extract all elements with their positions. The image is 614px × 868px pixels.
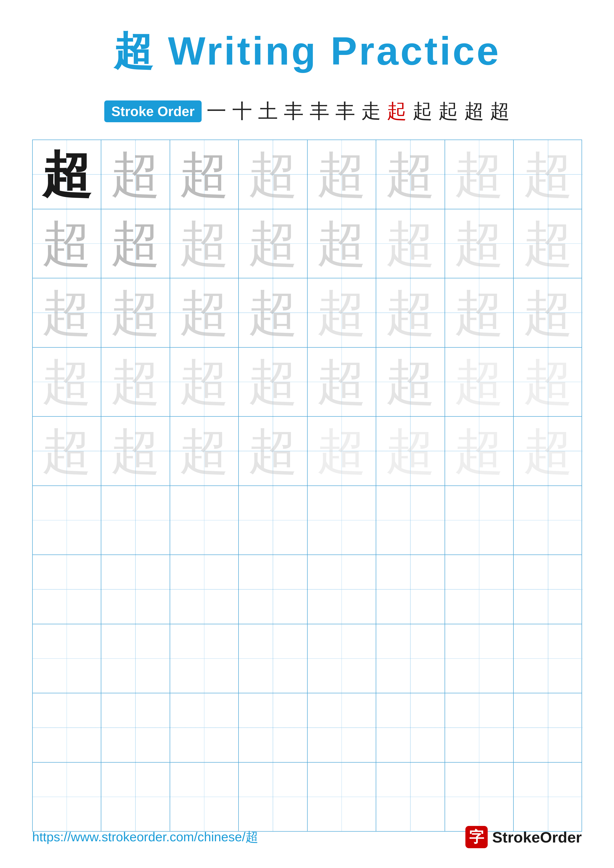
grid-cell[interactable] — [239, 486, 308, 555]
grid-cell[interactable] — [376, 763, 445, 831]
stroke-order-chars: 一 十 土 丰 丰 丰 走 起 起 起 超 超 — [207, 98, 510, 125]
grid-cell[interactable]: 超 — [376, 209, 445, 278]
grid-cell[interactable] — [445, 555, 514, 624]
grid-cell[interactable] — [376, 486, 445, 555]
grid-cell[interactable]: 超 — [308, 140, 376, 209]
grid-cell[interactable]: 超 — [33, 348, 101, 417]
grid-row: 超 超 超 超 超 超 超 — [33, 278, 581, 348]
grid-cell[interactable]: 超 — [33, 209, 101, 278]
grid-cell[interactable] — [239, 624, 308, 693]
grid-cell[interactable] — [170, 624, 239, 693]
grid-cell[interactable]: 超 — [239, 348, 308, 417]
grid-row-empty — [33, 624, 581, 694]
grid-cell[interactable] — [170, 693, 239, 762]
grid-cell[interactable] — [514, 624, 583, 693]
grid-row-empty — [33, 486, 581, 555]
grid-row: 超 超 超 超 超 超 超 — [33, 140, 581, 209]
grid-cell[interactable]: 超 — [101, 140, 170, 209]
grid-cell[interactable]: 超 — [170, 417, 239, 485]
grid-cell[interactable]: 超 — [376, 140, 445, 209]
grid-cell[interactable] — [239, 555, 308, 624]
grid-row: 超 超 超 超 超 超 超 — [33, 348, 581, 417]
grid-cell[interactable] — [170, 486, 239, 555]
grid-cell[interactable]: 超 — [239, 417, 308, 485]
practice-grid: 超 超 超 超 超 超 超 — [32, 140, 582, 832]
grid-cell[interactable] — [33, 486, 101, 555]
footer-logo: 字 StrokeOrder — [465, 826, 582, 848]
grid-cell[interactable]: 超 — [33, 140, 101, 209]
grid-cell[interactable] — [101, 624, 170, 693]
grid-cell[interactable] — [101, 763, 170, 831]
grid-cell[interactable] — [445, 763, 514, 831]
grid-cell[interactable] — [101, 555, 170, 624]
title-char: 超 — [113, 29, 155, 73]
grid-cell[interactable] — [308, 693, 376, 762]
grid-cell[interactable] — [445, 693, 514, 762]
page-title: 超 Writing Practice — [113, 25, 501, 78]
footer-logo-icon: 字 — [465, 826, 488, 848]
grid-cell[interactable]: 超 — [308, 209, 376, 278]
grid-cell[interactable]: 超 — [33, 417, 101, 485]
grid-cell[interactable]: 超 — [170, 209, 239, 278]
grid-cell[interactable]: 超 — [308, 348, 376, 417]
stroke-order-row: Stroke Order 一 十 土 丰 丰 丰 走 起 起 起 超 超 — [104, 98, 510, 125]
grid-cell[interactable]: 超 — [33, 278, 101, 347]
grid-cell[interactable]: 超 — [514, 417, 583, 485]
grid-cell[interactable] — [33, 555, 101, 624]
footer-url[interactable]: https://www.strokeorder.com/chinese/超 — [32, 828, 258, 846]
grid-cell[interactable] — [445, 624, 514, 693]
grid-cell[interactable] — [101, 693, 170, 762]
grid-cell[interactable] — [514, 693, 583, 762]
grid-cell[interactable] — [33, 763, 101, 831]
grid-cell[interactable] — [514, 486, 583, 555]
grid-cell[interactable]: 超 — [445, 209, 514, 278]
grid-cell[interactable]: 超 — [376, 348, 445, 417]
grid-cell[interactable]: 超 — [445, 278, 514, 347]
grid-cell[interactable]: 超 — [514, 348, 583, 417]
grid-cell[interactable]: 超 — [514, 209, 583, 278]
grid-cell[interactable] — [239, 693, 308, 762]
grid-row: 超 超 超 超 超 超 超 — [33, 417, 581, 486]
grid-cell[interactable] — [514, 555, 583, 624]
footer-logo-text: StrokeOrder — [492, 828, 582, 846]
grid-cell[interactable] — [170, 763, 239, 831]
grid-cell[interactable]: 超 — [239, 140, 308, 209]
grid-cell[interactable] — [376, 693, 445, 762]
grid-cell[interactable] — [308, 555, 376, 624]
grid-cell[interactable] — [33, 693, 101, 762]
grid-cell[interactable]: 超 — [376, 417, 445, 485]
grid-cell[interactable]: 超 — [308, 417, 376, 485]
grid-cell[interactable] — [308, 486, 376, 555]
page: 超 Writing Practice Stroke Order 一 十 土 丰 … — [0, 0, 614, 868]
grid-cell[interactable]: 超 — [101, 209, 170, 278]
grid-row-empty — [33, 763, 581, 831]
grid-cell[interactable]: 超 — [170, 348, 239, 417]
grid-cell[interactable] — [33, 624, 101, 693]
grid-row: 超 超 超 超 超 超 超 — [33, 209, 581, 279]
grid-cell[interactable] — [308, 763, 376, 831]
grid-cell[interactable]: 超 — [101, 278, 170, 347]
grid-cell[interactable] — [239, 763, 308, 831]
grid-cell[interactable]: 超 — [514, 278, 583, 347]
grid-cell[interactable] — [514, 763, 583, 831]
grid-cell[interactable] — [376, 555, 445, 624]
grid-cell[interactable]: 超 — [239, 278, 308, 347]
grid-cell[interactable]: 超 — [239, 209, 308, 278]
grid-cell[interactable] — [101, 486, 170, 555]
grid-cell[interactable]: 超 — [170, 278, 239, 347]
footer: https://www.strokeorder.com/chinese/超 字 … — [0, 826, 614, 848]
grid-cell[interactable]: 超 — [445, 140, 514, 209]
grid-cell[interactable] — [445, 486, 514, 555]
grid-cell[interactable]: 超 — [514, 140, 583, 209]
grid-cell[interactable] — [376, 624, 445, 693]
stroke-order-badge: Stroke Order — [104, 101, 201, 122]
grid-cell[interactable]: 超 — [445, 348, 514, 417]
grid-cell[interactable]: 超 — [445, 417, 514, 485]
grid-cell[interactable]: 超 — [101, 348, 170, 417]
grid-cell[interactable]: 超 — [101, 417, 170, 485]
grid-cell[interactable]: 超 — [308, 278, 376, 347]
grid-cell[interactable] — [308, 624, 376, 693]
grid-cell[interactable]: 超 — [170, 140, 239, 209]
grid-cell[interactable] — [170, 555, 239, 624]
grid-cell[interactable]: 超 — [376, 278, 445, 347]
